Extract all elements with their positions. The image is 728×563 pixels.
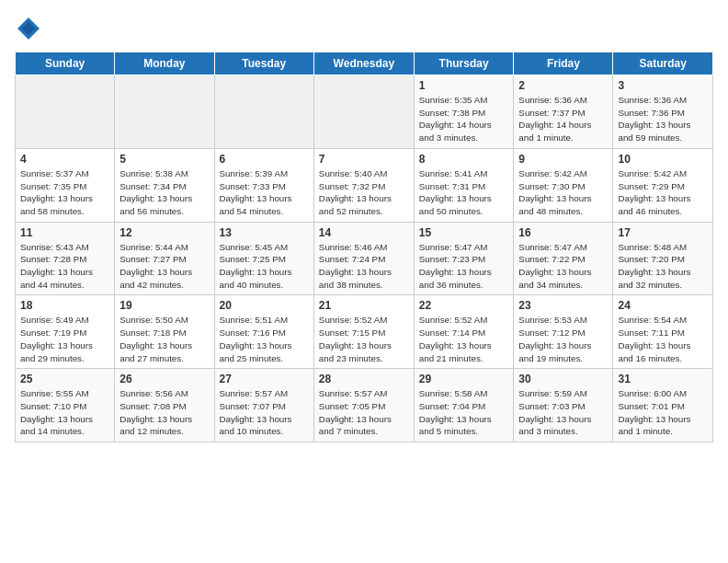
calendar-cell: 18Sunrise: 5:49 AM Sunset: 7:19 PM Dayli… <box>16 295 115 369</box>
day-number: 29 <box>419 373 509 385</box>
day-number: 30 <box>518 373 608 385</box>
day-header-sunday: Sunday <box>16 52 115 75</box>
calendar-table: SundayMondayTuesdayWednesdayThursdayFrid… <box>15 52 713 442</box>
day-info: Sunrise: 5:51 AM Sunset: 7:16 PM Dayligh… <box>220 314 309 364</box>
calendar-cell: 3Sunrise: 5:36 AM Sunset: 7:36 PM Daylig… <box>613 75 713 149</box>
day-info: Sunrise: 5:48 AM Sunset: 7:20 PM Dayligh… <box>618 241 708 292</box>
calendar-cell: 31Sunrise: 6:00 AM Sunset: 7:01 PM Dayli… <box>613 369 713 442</box>
day-info: Sunrise: 5:35 AM Sunset: 7:38 PM Dayligh… <box>419 94 509 144</box>
calendar-week-5: 25Sunrise: 5:55 AM Sunset: 7:10 PM Dayli… <box>16 369 713 442</box>
day-info: Sunrise: 5:59 AM Sunset: 7:03 PM Dayligh… <box>518 387 608 438</box>
day-info: Sunrise: 5:53 AM Sunset: 7:12 PM Dayligh… <box>518 314 608 364</box>
day-number: 20 <box>220 299 309 312</box>
day-number: 10 <box>618 153 708 166</box>
calendar-week-4: 18Sunrise: 5:49 AM Sunset: 7:19 PM Dayli… <box>16 295 713 369</box>
calendar-cell <box>214 75 313 149</box>
day-number: 27 <box>220 373 309 385</box>
day-number: 7 <box>319 153 409 166</box>
day-info: Sunrise: 5:55 AM Sunset: 7:10 PM Dayligh… <box>20 387 109 438</box>
day-number: 4 <box>20 153 109 166</box>
day-number: 3 <box>618 79 708 92</box>
day-info: Sunrise: 5:46 AM Sunset: 7:24 PM Dayligh… <box>319 241 409 292</box>
day-info: Sunrise: 5:47 AM Sunset: 7:23 PM Dayligh… <box>419 241 509 292</box>
logo <box>15 15 46 42</box>
day-header-tuesday: Tuesday <box>214 52 313 75</box>
day-number: 16 <box>518 226 608 239</box>
calendar-header-row: SundayMondayTuesdayWednesdayThursdayFrid… <box>16 52 713 75</box>
calendar-cell: 15Sunrise: 5:47 AM Sunset: 7:23 PM Dayli… <box>414 222 514 295</box>
day-number: 26 <box>119 373 209 385</box>
calendar-cell: 16Sunrise: 5:47 AM Sunset: 7:22 PM Dayli… <box>514 222 613 295</box>
day-info: Sunrise: 5:57 AM Sunset: 7:05 PM Dayligh… <box>319 387 409 438</box>
calendar-cell: 1Sunrise: 5:35 AM Sunset: 7:38 PM Daylig… <box>414 75 514 149</box>
day-info: Sunrise: 5:39 AM Sunset: 7:33 PM Dayligh… <box>220 167 309 218</box>
day-number: 12 <box>119 226 209 239</box>
day-header-wednesday: Wednesday <box>313 52 414 75</box>
calendar-cell: 23Sunrise: 5:53 AM Sunset: 7:12 PM Dayli… <box>514 295 613 369</box>
calendar-cell: 10Sunrise: 5:42 AM Sunset: 7:29 PM Dayli… <box>613 148 713 222</box>
calendar-cell: 7Sunrise: 5:40 AM Sunset: 7:32 PM Daylig… <box>313 148 414 222</box>
day-info: Sunrise: 5:52 AM Sunset: 7:15 PM Dayligh… <box>319 314 409 364</box>
day-number: 14 <box>319 226 409 239</box>
calendar-cell: 5Sunrise: 5:38 AM Sunset: 7:34 PM Daylig… <box>115 148 214 222</box>
calendar-cell <box>115 75 214 149</box>
calendar-cell: 8Sunrise: 5:41 AM Sunset: 7:31 PM Daylig… <box>414 148 514 222</box>
day-info: Sunrise: 5:57 AM Sunset: 7:07 PM Dayligh… <box>220 387 309 438</box>
day-info: Sunrise: 5:47 AM Sunset: 7:22 PM Dayligh… <box>518 241 608 292</box>
day-number: 13 <box>220 226 309 239</box>
calendar-week-3: 11Sunrise: 5:43 AM Sunset: 7:28 PM Dayli… <box>16 222 713 295</box>
day-number: 21 <box>319 299 409 312</box>
calendar-cell: 20Sunrise: 5:51 AM Sunset: 7:16 PM Dayli… <box>214 295 313 369</box>
calendar-cell: 27Sunrise: 5:57 AM Sunset: 7:07 PM Dayli… <box>214 369 313 442</box>
calendar-cell: 17Sunrise: 5:48 AM Sunset: 7:20 PM Dayli… <box>613 222 713 295</box>
calendar-cell: 9Sunrise: 5:42 AM Sunset: 7:30 PM Daylig… <box>514 148 613 222</box>
page-header <box>15 15 713 42</box>
calendar-cell: 19Sunrise: 5:50 AM Sunset: 7:18 PM Dayli… <box>115 295 214 369</box>
day-number: 25 <box>20 373 109 385</box>
calendar-cell: 25Sunrise: 5:55 AM Sunset: 7:10 PM Dayli… <box>16 369 115 442</box>
calendar-cell: 2Sunrise: 5:36 AM Sunset: 7:37 PM Daylig… <box>514 75 613 149</box>
day-number: 11 <box>20 226 109 239</box>
calendar-week-2: 4Sunrise: 5:37 AM Sunset: 7:35 PM Daylig… <box>16 148 713 222</box>
day-info: Sunrise: 5:36 AM Sunset: 7:37 PM Dayligh… <box>518 94 608 144</box>
day-info: Sunrise: 5:49 AM Sunset: 7:19 PM Dayligh… <box>20 314 109 364</box>
calendar-cell: 21Sunrise: 5:52 AM Sunset: 7:15 PM Dayli… <box>313 295 414 369</box>
day-header-monday: Monday <box>115 52 214 75</box>
day-info: Sunrise: 5:54 AM Sunset: 7:11 PM Dayligh… <box>618 314 708 364</box>
day-info: Sunrise: 5:52 AM Sunset: 7:14 PM Dayligh… <box>419 314 509 364</box>
day-info: Sunrise: 5:36 AM Sunset: 7:36 PM Dayligh… <box>618 94 708 144</box>
day-info: Sunrise: 5:37 AM Sunset: 7:35 PM Dayligh… <box>20 167 109 218</box>
day-number: 23 <box>518 299 608 312</box>
day-number: 19 <box>119 299 209 312</box>
calendar-cell: 14Sunrise: 5:46 AM Sunset: 7:24 PM Dayli… <box>313 222 414 295</box>
day-info: Sunrise: 5:43 AM Sunset: 7:28 PM Dayligh… <box>20 241 109 292</box>
day-header-saturday: Saturday <box>613 52 713 75</box>
calendar-cell: 4Sunrise: 5:37 AM Sunset: 7:35 PM Daylig… <box>16 148 115 222</box>
day-header-friday: Friday <box>514 52 613 75</box>
day-number: 8 <box>419 153 509 166</box>
day-info: Sunrise: 5:41 AM Sunset: 7:31 PM Dayligh… <box>419 167 509 218</box>
calendar-week-1: 1Sunrise: 5:35 AM Sunset: 7:38 PM Daylig… <box>16 75 713 149</box>
day-number: 28 <box>319 373 409 385</box>
calendar-cell: 13Sunrise: 5:45 AM Sunset: 7:25 PM Dayli… <box>214 222 313 295</box>
day-info: Sunrise: 5:50 AM Sunset: 7:18 PM Dayligh… <box>119 314 209 364</box>
day-number: 15 <box>419 226 509 239</box>
day-info: Sunrise: 5:40 AM Sunset: 7:32 PM Dayligh… <box>319 167 409 218</box>
day-number: 18 <box>20 299 109 312</box>
calendar-cell <box>313 75 414 149</box>
day-number: 24 <box>618 299 708 312</box>
day-number: 1 <box>419 79 509 92</box>
calendar-cell: 12Sunrise: 5:44 AM Sunset: 7:27 PM Dayli… <box>115 222 214 295</box>
logo-icon <box>15 15 42 42</box>
day-info: Sunrise: 5:42 AM Sunset: 7:30 PM Dayligh… <box>518 167 608 218</box>
day-info: Sunrise: 5:38 AM Sunset: 7:34 PM Dayligh… <box>119 167 209 218</box>
day-number: 9 <box>518 153 608 166</box>
calendar-cell <box>16 75 115 149</box>
day-header-thursday: Thursday <box>414 52 514 75</box>
day-number: 2 <box>518 79 608 92</box>
day-number: 5 <box>119 153 209 166</box>
calendar-cell: 24Sunrise: 5:54 AM Sunset: 7:11 PM Dayli… <box>613 295 713 369</box>
day-info: Sunrise: 5:56 AM Sunset: 7:08 PM Dayligh… <box>119 387 209 438</box>
calendar-cell: 30Sunrise: 5:59 AM Sunset: 7:03 PM Dayli… <box>514 369 613 442</box>
calendar-cell: 26Sunrise: 5:56 AM Sunset: 7:08 PM Dayli… <box>115 369 214 442</box>
